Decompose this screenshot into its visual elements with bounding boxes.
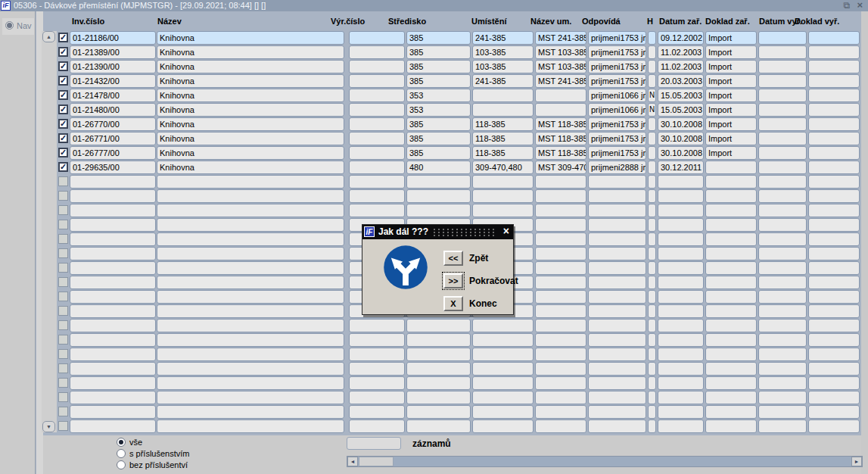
row-checkbox[interactable]: [58, 392, 68, 402]
empty-cell-datzar[interactable]: [658, 391, 704, 404]
empty-cell-nazum[interactable]: [535, 419, 586, 433]
cell-nazev[interactable]: Knihovna: [157, 89, 344, 102]
cell-vyr[interactable]: [349, 117, 405, 131]
end-button[interactable]: X: [443, 296, 463, 311]
empty-cell-dokzar[interactable]: [705, 348, 757, 361]
row-checkbox-checked[interactable]: ✓: [58, 47, 68, 57]
empty-cell-nazum[interactable]: [535, 362, 586, 376]
cell-umist[interactable]: 103-385: [472, 60, 534, 73]
empty-cell-umist[interactable]: [472, 376, 534, 390]
empty-cell-nazev[interactable]: [157, 175, 344, 189]
cell-datvyr[interactable]: [758, 161, 807, 174]
cell-odp[interactable]: prijmeni1753 jm: [588, 31, 646, 45]
empty-cell-str[interactable]: [406, 175, 471, 189]
record-count-input[interactable]: [347, 437, 401, 450]
empty-cell-h[interactable]: [648, 405, 656, 419]
row-checkbox-checked[interactable]: ✓: [58, 104, 68, 114]
empty-cell-h[interactable]: [648, 319, 656, 332]
empty-cell-odp[interactable]: [588, 247, 646, 260]
cell-vyr[interactable]: [349, 161, 405, 174]
cell-nazum[interactable]: MST 309-470,: [535, 161, 586, 174]
empty-cell-nazum[interactable]: [535, 276, 586, 289]
empty-cell-str[interactable]: [406, 419, 471, 433]
row-checkbox[interactable]: [58, 176, 68, 186]
empty-cell-nazum[interactable]: [535, 376, 586, 390]
empty-cell-inv[interactable]: [70, 319, 156, 332]
empty-cell-datvyr[interactable]: [758, 304, 807, 318]
empty-cell-odp[interactable]: [588, 290, 646, 304]
empty-cell-dokvyr[interactable]: [808, 276, 860, 289]
cell-inv[interactable]: 01-26771/00: [70, 132, 156, 145]
cell-datzar[interactable]: 15.05.2003: [658, 89, 704, 102]
empty-cell-nazev[interactable]: [157, 362, 344, 376]
empty-cell-vyr[interactable]: [349, 204, 405, 217]
empty-cell-nazev[interactable]: [157, 419, 344, 433]
empty-cell-dokvyr[interactable]: [808, 218, 860, 232]
row-checkbox-checked[interactable]: ✓: [58, 119, 68, 129]
cell-str[interactable]: 480: [406, 161, 471, 174]
cell-dokzar[interactable]: Import: [705, 45, 757, 59]
cell-vyr[interactable]: [349, 31, 405, 45]
empty-cell-dokzar[interactable]: [705, 419, 757, 433]
row-checkbox[interactable]: [58, 234, 68, 244]
row-checkbox-checked[interactable]: ✓: [58, 61, 68, 71]
empty-cell-h[interactable]: [648, 362, 656, 376]
empty-cell-str[interactable]: [406, 333, 471, 347]
cell-nazum[interactable]: [535, 103, 586, 117]
cell-str[interactable]: 353: [406, 89, 471, 102]
empty-cell-inv[interactable]: [70, 405, 156, 419]
empty-cell-inv[interactable]: [70, 218, 156, 232]
empty-cell-dokvyr[interactable]: [808, 319, 860, 332]
empty-cell-vyr[interactable]: [349, 376, 405, 390]
empty-cell-odp[interactable]: [588, 376, 646, 390]
cell-inv[interactable]: 01-21478/00: [70, 89, 156, 102]
cell-inv[interactable]: 01-29635/00: [70, 161, 156, 174]
empty-cell-str[interactable]: [406, 405, 471, 419]
cell-datzar[interactable]: 15.05.2003: [658, 103, 704, 117]
cell-dokvyr[interactable]: [808, 161, 860, 174]
empty-cell-datvyr[interactable]: [758, 276, 807, 289]
back-button[interactable]: <<: [443, 251, 463, 266]
empty-cell-datzar[interactable]: [658, 232, 704, 246]
cell-umist[interactable]: 309-470,480: [472, 161, 534, 174]
cell-umist[interactable]: 118-385: [472, 132, 534, 145]
cell-inv[interactable]: 01-21390/00: [70, 60, 156, 73]
empty-cell-dokzar[interactable]: [705, 405, 757, 419]
empty-cell-dokzar[interactable]: [705, 218, 757, 232]
empty-cell-nazev[interactable]: [157, 204, 344, 217]
empty-cell-datzar[interactable]: [658, 376, 704, 390]
row-checkbox[interactable]: [58, 220, 68, 229]
empty-cell-dokzar[interactable]: [705, 304, 757, 318]
empty-cell-h[interactable]: [648, 348, 656, 361]
empty-cell-inv[interactable]: [70, 189, 156, 203]
cell-dokvyr[interactable]: [808, 31, 860, 45]
cell-odp[interactable]: prijmeni1753 jm: [588, 60, 646, 73]
cell-nazev[interactable]: Knihovna: [157, 103, 344, 117]
empty-cell-nazum[interactable]: [535, 391, 586, 404]
empty-cell-nazum[interactable]: [535, 319, 586, 332]
cell-umist[interactable]: 118-385: [472, 117, 534, 131]
row-checkbox-checked[interactable]: ✓: [58, 162, 68, 172]
empty-cell-nazev[interactable]: [157, 276, 344, 289]
empty-cell-dokvyr[interactable]: [808, 189, 860, 203]
scroll-up-icon[interactable]: ▲: [42, 31, 55, 42]
empty-cell-datvyr[interactable]: [758, 391, 807, 404]
empty-cell-h[interactable]: [648, 204, 656, 217]
cell-datzar[interactable]: 30.10.2008: [658, 132, 704, 145]
cell-dokzar[interactable]: [705, 161, 757, 174]
empty-cell-datvyr[interactable]: [758, 319, 807, 332]
empty-cell-nazev[interactable]: [157, 405, 344, 419]
cell-inv[interactable]: 01-21389/00: [70, 45, 156, 59]
empty-cell-umist[interactable]: [472, 419, 534, 433]
cell-odp[interactable]: prijmeni2888 jm: [588, 161, 646, 174]
empty-cell-datvyr[interactable]: [758, 247, 807, 260]
empty-cell-odp[interactable]: [588, 333, 646, 347]
empty-cell-inv[interactable]: [70, 175, 156, 189]
empty-cell-dokzar[interactable]: [705, 276, 757, 289]
cell-umist[interactable]: 241-385: [472, 74, 534, 88]
empty-cell-dokzar[interactable]: [705, 319, 757, 332]
empty-cell-h[interactable]: [648, 247, 656, 260]
row-checkbox[interactable]: [58, 248, 68, 258]
empty-cell-datvyr[interactable]: [758, 362, 807, 376]
empty-cell-datzar[interactable]: [658, 319, 704, 332]
